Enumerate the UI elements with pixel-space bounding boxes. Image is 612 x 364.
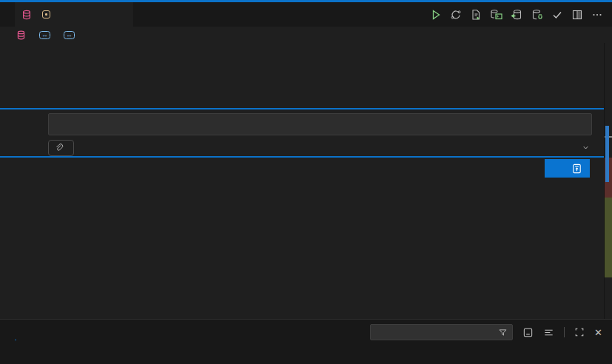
breadcrumb: ↔ ↔	[16, 27, 79, 43]
overview-ruler[interactable]	[605, 43, 612, 319]
panel-tabs	[15, 320, 79, 340]
editor-actions	[430, 2, 603, 27]
collapse-all-icon[interactable]	[543, 327, 554, 338]
check-syntax-icon[interactable]	[551, 9, 563, 21]
more-actions-icon[interactable]	[591, 9, 603, 21]
scrollbar-slider[interactable]	[605, 126, 609, 182]
modified-indicator-icon	[42, 10, 50, 18]
database-export-icon[interactable]	[511, 9, 523, 21]
database-connect-icon[interactable]	[531, 9, 543, 21]
inline-chat-input[interactable]	[48, 113, 592, 135]
tab-active-file[interactable]	[15, 2, 133, 27]
vscode-window: ↔ ↔	[0, 0, 612, 364]
bottom-panel: ✕	[0, 319, 612, 364]
database-icon	[16, 30, 26, 40]
tab-query-result[interactable]	[36, 331, 38, 340]
run-query-icon[interactable]	[430, 9, 442, 21]
code-editor[interactable]	[0, 43, 605, 319]
tab-terminal[interactable]	[58, 331, 59, 340]
panel-actions: ✕	[522, 324, 602, 340]
ruler-added-mark	[605, 198, 612, 277]
tab-bar	[0, 2, 612, 27]
add-context-button[interactable]	[48, 140, 74, 156]
model-picker[interactable]	[579, 144, 590, 152]
filter-icon	[498, 328, 508, 337]
view-table-icon[interactable]	[522, 327, 534, 338]
diff-accept-toolbar	[545, 159, 590, 178]
run-recent-icon[interactable]	[450, 9, 462, 21]
database-icon	[21, 10, 32, 20]
tab-problems[interactable]	[15, 330, 16, 340]
run-file-icon[interactable]	[470, 9, 482, 21]
problems-filter-input[interactable]	[370, 324, 513, 340]
symbol-column-icon: ↔	[64, 31, 75, 39]
divider	[564, 327, 565, 337]
inline-chat-toolbar	[48, 139, 590, 156]
chevron-down-icon	[582, 144, 590, 152]
maximize-panel-icon[interactable]	[574, 327, 585, 337]
split-editor-icon[interactable]	[571, 9, 583, 21]
sql-terminal-icon[interactable]	[490, 9, 502, 21]
paperclip-icon	[55, 144, 64, 152]
symbol-column-icon: ↔	[39, 31, 50, 39]
inline-chat-widget	[0, 108, 604, 158]
view-changes-icon[interactable]	[571, 163, 582, 175]
close-panel-icon[interactable]: ✕	[594, 328, 602, 337]
